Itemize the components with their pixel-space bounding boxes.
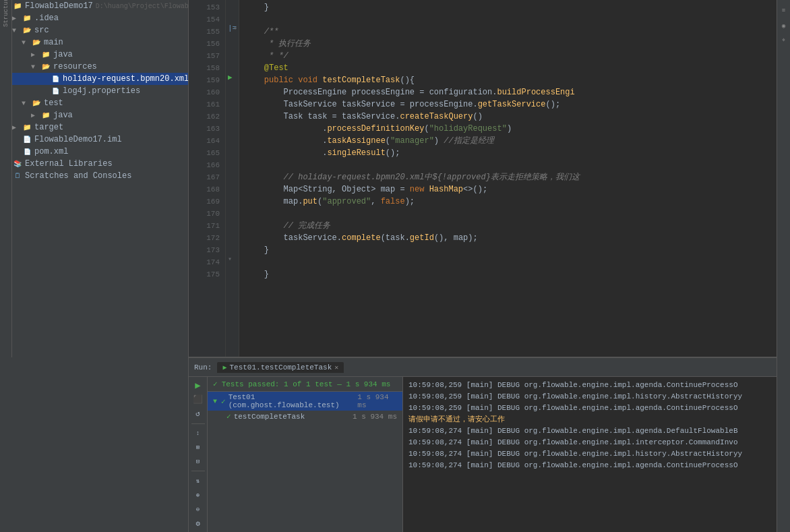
file-pom-icon: 📄 [22,147,32,156]
log-line-2: 10:59:08,259 [main] DEBUG org.flowable.e… [408,403,771,414]
test-results-panel: ✓ Tests passed: 1 of 1 test — 1 s 934 ms… [208,377,403,532]
test-item-1[interactable]: ✓ testCompleteTask 1 s 934 ms [208,411,402,422]
editor-area: 153 154 155 156 157 158 159 160 161 162 … [189,0,777,532]
right-tool-3[interactable]: ⌖ [779,35,789,46]
code-line-156: * 执行任务 [245,38,777,50]
iml-label: FlowableDemo17.iml [34,135,122,144]
test-item-0[interactable]: ▼ ✓ Test01 (com.ghost.flowable.test) 1 s… [208,392,402,411]
folder-idea-icon: 📁 [22,13,32,23]
log-line-0: 10:59:08,259 [main] DEBUG org.flowable.e… [408,380,771,391]
code-line-168: Map<String, Object> map = new HashMap<>(… [245,183,777,196]
toolbar-separator-1 [191,423,205,424]
project-path-label: D:\huang\Project\FlowableDemo17 [96,3,189,10]
code-container: 153 154 155 156 157 158 159 160 161 162 … [189,0,777,357]
run-rerun-btn[interactable]: ↺ [191,408,205,420]
test-status-bar: ✓ Tests passed: 1 of 1 test — 1 s 934 ms [208,377,402,392]
sidebar-item-main[interactable]: ▼ 📂 main [0,36,188,49]
sidebar-item-external-libraries[interactable]: ▶ 📚 External Libraries [0,158,188,170]
file-props-icon: 📄 [50,86,61,96]
arrow-target: ▶ [12,123,22,131]
test-check-0: ✓ [221,397,226,406]
sidebar-item-resources[interactable]: ▼ 📂 resources [0,61,188,73]
sidebar-item-src[interactable]: ▼ 📂 src [0,24,188,36]
run-tab-test01[interactable]: ▶ Test01.testCompleteTask ✕ [217,362,344,373]
code-line-166 [245,159,777,171]
sidebar-item-test[interactable]: ▼ 📂 test [0,97,188,109]
library-icon: 📚 [12,159,23,169]
run-tab-name: Test01.testCompleteTask [229,363,332,372]
code-line-153: } [245,1,777,13]
sidebar-item-iml[interactable]: 📄 FlowableDemo17.iml [0,134,188,146]
run-play-btn[interactable]: ▶ [191,380,205,392]
right-tool-strip: ≡ ◉ ⌖ [777,0,790,532]
file-iml-icon: 📄 [22,135,32,144]
run-sort-btn[interactable]: ↕ [191,427,205,440]
run-label: Run: [194,363,212,372]
code-line-158: @Test [245,62,777,74]
test-label: test [44,98,63,108]
gutter-fold-155[interactable]: ▾ [233,24,237,32]
folder-test-icon: 📂 [31,98,42,108]
src-label: src [34,26,49,35]
gutter-icon-159: ▶ [228,73,233,82]
code-line-165: .singleResult(); [245,147,777,159]
sidebar-item-test-java[interactable]: ▶ 📁 java [0,109,188,121]
sidebar-item-idea[interactable]: ▶ 📁 .idea [0,12,188,24]
code-line-154 [245,13,777,26]
arrow-resources: ▼ [31,63,40,71]
code-line-174 [245,256,777,268]
sidebar-item-holiday-xml[interactable]: 📄 holiday-request.bpmn20.xml [0,73,188,85]
main-label: main [44,38,63,47]
run-log-panel[interactable]: 10:59:08,259 [main] DEBUG org.flowable.e… [403,377,777,532]
folder-resources-icon: 📂 [40,62,51,71]
folder-target-icon: 📁 [22,123,32,132]
code-line-175: } [245,268,777,280]
code-line-169: map.put("approved", false); [245,196,777,208]
run-filter-btn[interactable]: ⊞ [191,442,205,454]
sidebar-item-project[interactable]: ▼ 📁 FlowableDemo17 D:\huang\Project\Flow… [0,0,188,12]
sidebar-item-java[interactable]: ▶ 📁 java [0,49,188,61]
code-line-164: .taskAssignee("manager") //指定是经理 [245,135,777,147]
code-line-157: * */ [245,50,777,62]
test-name-1: testCompleteTask [234,413,305,421]
code-line-167: // holiday-request.bpmn20.xml中${!approve… [245,171,777,183]
right-tool-2[interactable]: ◉ [779,20,789,31]
sidebar-item-target[interactable]: ▶ 📁 target [0,121,188,134]
arrow-main: ▼ [22,39,31,47]
run-export-btn[interactable]: ⊖ [191,503,205,515]
expand-arrow-0: ▼ [213,398,217,405]
code-line-172: taskService.complete(task.getId(), map); [245,232,777,244]
log-line-chinese: 请假申请不通过，请安心工作 [408,414,771,425]
code-line-173: } [245,244,777,256]
sidebar-item-pom[interactable]: 📄 pom.xml [0,146,188,158]
run-tab-close[interactable]: ✕ [334,363,338,372]
code-editor[interactable]: } /** * 执行任务 * */ @Test public void test… [239,0,777,357]
sidebar-item-scratches[interactable]: ▶ 🗒 Scratches and Consoles [0,170,188,182]
run-settings-btn[interactable]: ⚙ [191,517,205,529]
test-java-label: java [53,111,73,120]
structure-label[interactable]: Structure [1,5,11,16]
run-import-btn[interactable]: ⊕ [191,489,205,501]
log-line-1: 10:59:08,259 [main] DEBUG org.flowable.e… [408,391,771,403]
scratches-label: Scratches and Consoles [25,171,131,181]
run-expand-tree-btn[interactable]: ⇅ [191,475,205,487]
target-label: target [34,123,63,132]
run-collapse-btn[interactable]: ⊟ [191,456,205,468]
sidebar-item-log4j[interactable]: 📄 log4j.properties [0,85,188,97]
main-area: ▼ 📁 FlowableDemo17 D:\huang\Project\Flow… [0,0,790,532]
gutter-fold-173[interactable]: ▾ [228,255,232,263]
scratches-icon: 🗒 [12,171,23,181]
arrow-idea: ▶ [12,14,22,22]
toolbar-separator-2 [191,471,205,471]
run-stop-btn[interactable]: ⬛ [191,394,205,406]
code-line-161: TaskService taskService = processEngine.… [245,98,777,111]
test-time-1: 1 s 934 ms [353,413,397,421]
status-check-icon: ✓ [213,380,218,388]
holiday-xml-label: holiday-request.bpmn20.xml [63,74,189,84]
test-time-0: 1 s 934 ms [357,393,397,409]
code-line-162: Task task = taskService.createTaskQuery(… [245,111,777,123]
project-sidebar: ▼ 📁 FlowableDemo17 D:\huang\Project\Flow… [0,0,189,532]
right-tool-1[interactable]: ≡ [779,5,789,16]
pom-label: pom.xml [34,147,68,156]
code-line-155: /** [245,26,777,38]
